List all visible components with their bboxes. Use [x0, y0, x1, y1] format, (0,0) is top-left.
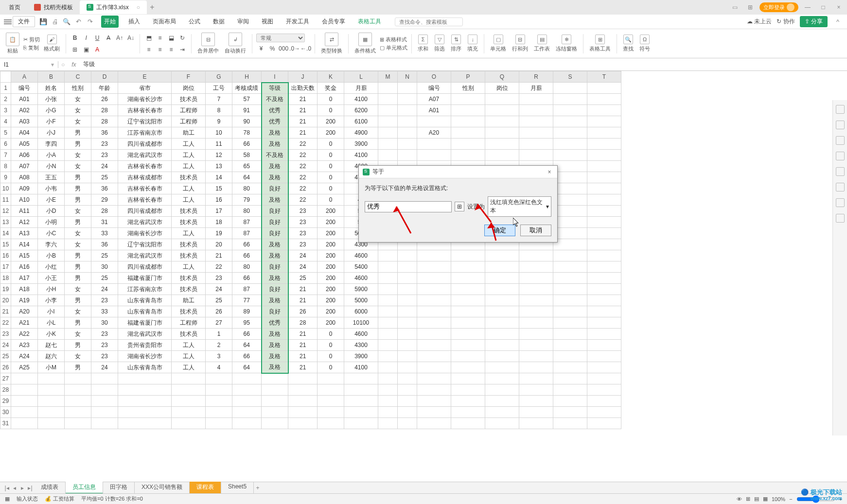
- cell[interactable]: [417, 418, 451, 429]
- cell[interactable]: [118, 418, 172, 429]
- row-header[interactable]: 25: [0, 351, 11, 362]
- cell[interactable]: [398, 295, 417, 306]
- cell[interactable]: 男: [65, 139, 91, 150]
- cell[interactable]: 200: [318, 284, 344, 295]
- cell[interactable]: [378, 127, 398, 139]
- cell[interactable]: [451, 340, 485, 351]
- cell[interactable]: [378, 340, 398, 351]
- cell[interactable]: 66: [232, 139, 262, 150]
- cell[interactable]: 200: [318, 250, 344, 261]
- fx-icon[interactable]: fx: [68, 61, 80, 68]
- cell[interactable]: [587, 384, 621, 396]
- border-button[interactable]: ⊞: [70, 45, 80, 54]
- align-left-icon[interactable]: ≡: [144, 45, 154, 54]
- cell[interactable]: [519, 373, 553, 384]
- cell[interactable]: 女: [65, 150, 91, 161]
- cell[interactable]: [587, 373, 621, 384]
- cell[interactable]: [232, 418, 262, 429]
- cell[interactable]: 95: [232, 317, 262, 329]
- cell[interactable]: [451, 317, 485, 329]
- row-header[interactable]: 28: [0, 384, 11, 396]
- cell[interactable]: 小J: [38, 127, 65, 139]
- cell[interactable]: 21: [288, 351, 318, 362]
- cell[interactable]: [232, 384, 262, 396]
- cell[interactable]: [451, 351, 485, 362]
- cell[interactable]: 4100: [344, 150, 378, 161]
- cell[interactable]: 21: [288, 295, 318, 306]
- cell[interactable]: [587, 217, 621, 228]
- cell[interactable]: 25: [91, 273, 118, 284]
- cell[interactable]: 小M: [38, 362, 65, 373]
- tab-formula[interactable]: 公式: [186, 16, 203, 28]
- cell[interactable]: 工程师: [172, 116, 206, 127]
- cell[interactable]: 10: [206, 127, 232, 139]
- cell[interactable]: [451, 418, 485, 429]
- layout-icon[interactable]: ▭: [728, 2, 741, 13]
- cell[interactable]: [398, 351, 417, 362]
- cell[interactable]: 0: [318, 161, 344, 172]
- cell[interactable]: 200: [318, 273, 344, 284]
- cell[interactable]: 4600: [344, 250, 378, 261]
- cell[interactable]: [65, 373, 91, 384]
- col-header[interactable]: E: [118, 71, 172, 83]
- search-input[interactable]: [395, 17, 463, 26]
- formula-input[interactable]: 等级: [80, 60, 847, 69]
- cell[interactable]: 23: [91, 329, 118, 340]
- cell[interactable]: 李四: [38, 139, 65, 150]
- row-header[interactable]: 27: [0, 373, 11, 384]
- cell[interactable]: [398, 340, 417, 351]
- cell[interactable]: [553, 340, 587, 351]
- cell[interactable]: 28: [288, 317, 318, 329]
- row-header[interactable]: 10: [0, 183, 11, 194]
- cell[interactable]: [318, 418, 344, 429]
- name-box[interactable]: I1▾: [0, 61, 58, 68]
- cell[interactable]: [519, 362, 553, 373]
- align-center-icon[interactable]: ≡: [155, 45, 165, 54]
- cell[interactable]: 山东省青岛市: [118, 362, 172, 373]
- cell[interactable]: A04: [11, 127, 38, 139]
- cell[interactable]: 64: [232, 172, 262, 183]
- cell[interactable]: [485, 295, 519, 306]
- cell[interactable]: [378, 105, 398, 116]
- rt-icon-3[interactable]: [836, 136, 845, 145]
- sheet-tab[interactable]: 员工信息: [66, 482, 103, 494]
- cell[interactable]: [451, 362, 485, 373]
- cell[interactable]: 23: [206, 273, 232, 284]
- row-header[interactable]: 26: [0, 362, 11, 373]
- cell[interactable]: [553, 261, 587, 273]
- cell[interactable]: [417, 273, 451, 284]
- cell[interactable]: [485, 250, 519, 261]
- cell[interactable]: 技术员: [172, 94, 206, 105]
- cell[interactable]: [344, 396, 378, 407]
- cell[interactable]: 87: [232, 228, 262, 239]
- dialog-value-input[interactable]: [365, 201, 452, 212]
- cell[interactable]: [587, 150, 621, 161]
- cell[interactable]: [378, 284, 398, 295]
- tab-layout[interactable]: 页面布局: [150, 16, 179, 28]
- cell[interactable]: 23: [288, 217, 318, 228]
- cell[interactable]: 女: [65, 105, 91, 116]
- cell[interactable]: [485, 306, 519, 317]
- cell[interactable]: [451, 373, 485, 384]
- cell[interactable]: [378, 94, 398, 105]
- cell[interactable]: [118, 396, 172, 407]
- cell[interactable]: 性别: [451, 83, 485, 94]
- cell[interactable]: 64: [232, 340, 262, 351]
- cell[interactable]: [485, 139, 519, 150]
- align-right-icon[interactable]: ≡: [166, 45, 176, 54]
- cell[interactable]: [262, 407, 288, 418]
- cell[interactable]: 23: [288, 206, 318, 217]
- cell[interactable]: [378, 306, 398, 317]
- bold-button[interactable]: B: [70, 33, 80, 43]
- cell[interactable]: 22: [288, 150, 318, 161]
- row-header[interactable]: 30: [0, 407, 11, 418]
- cell[interactable]: [553, 217, 587, 228]
- rt-icon-2[interactable]: [836, 121, 845, 129]
- cell[interactable]: 小D: [38, 206, 65, 217]
- cell[interactable]: 26: [206, 306, 232, 317]
- cell[interactable]: 辽宁省沈阳市: [118, 239, 172, 250]
- cell[interactable]: 78: [232, 127, 262, 139]
- cell[interactable]: 工人: [172, 228, 206, 239]
- cell[interactable]: 女: [65, 284, 91, 295]
- cell[interactable]: 0: [318, 340, 344, 351]
